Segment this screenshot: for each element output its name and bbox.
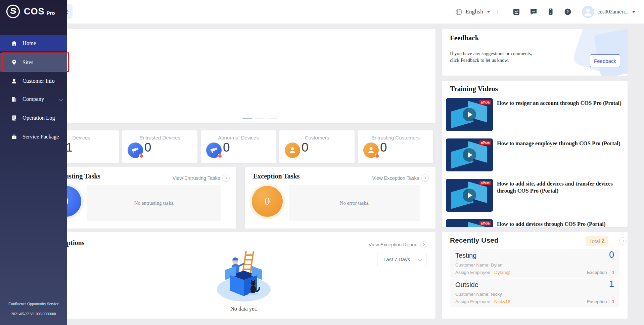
- sidebar-item-service-package[interactable]: Service Package: [0, 129, 67, 145]
- date-range-select[interactable]: Last 7 Days: [377, 253, 426, 266]
- site-count: 0: [609, 250, 614, 260]
- empty-state: No error tasks.: [289, 185, 420, 221]
- sidebar-item-label: Customer Info: [22, 78, 55, 84]
- video-thumbnail[interactable]: alhua: [446, 138, 493, 171]
- username[interactable]: cos002ameri...: [597, 9, 629, 15]
- video-title[interactable]: How to manage employee through COS Pro (…: [497, 140, 622, 147]
- sidebar-item-label: Operation Log: [22, 115, 55, 121]
- total-value: 2: [602, 238, 605, 244]
- carousel-dot[interactable]: [255, 118, 265, 119]
- exception-label: Exception: [587, 299, 607, 304]
- play-icon[interactable]: [463, 148, 476, 162]
- stat-label: Abnormal Devices: [201, 135, 276, 140]
- home-icon: [10, 40, 18, 47]
- recent-site-row[interactable]: Outside 1 Customer Name: Nicky Assign Em…: [450, 279, 619, 307]
- sidebar-item-operation-log[interactable]: Operation Log: [0, 110, 67, 126]
- stat-card-entrusted-devices[interactable]: Entrusted Devices 0: [122, 130, 197, 163]
- mobile-icon[interactable]: [547, 8, 555, 16]
- no-data-text: No data yet.: [215, 306, 272, 312]
- video-title[interactable]: How to add devices through COS Pro (Port…: [497, 220, 622, 227]
- video-title[interactable]: How to add site, add devices and transfe…: [497, 180, 622, 194]
- assign-employee: Assign Employee:Dylan@: [455, 270, 510, 275]
- chevron-down-icon: [59, 97, 63, 101]
- chevron-right-icon[interactable]: [421, 174, 429, 182]
- exception-label: Exception: [587, 270, 607, 275]
- red-badge-icon: [375, 154, 379, 158]
- entrusting-tasks-panel: Entrusting Tasks View Entrusting Tasks 0…: [44, 167, 236, 229]
- recent-site-row[interactable]: Testing 0 Customer Name: Dylan Assign Em…: [450, 249, 619, 278]
- play-icon[interactable]: [463, 189, 476, 202]
- site-name[interactable]: Outside: [455, 281, 478, 289]
- person-badge-icon: [363, 143, 379, 158]
- exception-value: 0: [611, 299, 614, 304]
- sidebar: COS Pro Home Sites Customer I: [0, 0, 67, 325]
- video-title[interactable]: How to resiger an account through COS Pr…: [497, 99, 622, 107]
- brand-logo: alhua: [479, 100, 491, 105]
- sidebar-item-company[interactable]: Company: [0, 91, 67, 107]
- customer-name: Customer Name: Dylan: [455, 262, 502, 268]
- chevron-right-icon[interactable]: [420, 241, 427, 248]
- user-menu-chevron-icon[interactable]: [632, 11, 635, 13]
- header-divider: |: [497, 8, 498, 15]
- view-entrusting-tasks-link[interactable]: View Entrusting Tasks: [173, 174, 230, 182]
- assign-value[interactable]: Dylan@: [494, 270, 510, 275]
- carousel-dots: [242, 118, 281, 119]
- site-name[interactable]: Testing: [455, 252, 476, 259]
- cos-pro-dashboard: e English |: [0, 0, 644, 325]
- total-label: Total: [589, 238, 600, 244]
- language-selector[interactable]: English: [466, 8, 483, 15]
- training-videos-panel: Training Videos alhua How to resiger an …: [442, 81, 628, 227]
- stat-label: Customers: [279, 135, 355, 140]
- annotation-highlight-box: [2, 52, 69, 72]
- video-thumbnail[interactable]: alhua: [446, 98, 493, 131]
- view-exception-tasks-link[interactable]: View Exception Tasks: [372, 174, 429, 182]
- stat-value: 0: [223, 140, 230, 155]
- brand-logo: alhua: [479, 181, 491, 185]
- link-label: View Entrusting Tasks: [173, 175, 220, 181]
- header-right-cluster: English | ?: [455, 0, 635, 24]
- banner-carousel: [44, 29, 435, 123]
- chevron-right-icon[interactable]: [619, 237, 627, 245]
- no-data-illustration-wrap: No data yet.: [215, 249, 272, 312]
- video-thumbnail[interactable]: alhua: [446, 179, 493, 212]
- survey-icon[interactable]: [512, 8, 520, 16]
- feedback-text-line1: If you have any suggestions or comments,: [450, 51, 532, 56]
- carousel-dot-active[interactable]: [242, 118, 252, 119]
- feedback-text-line2: click Feedback to let us know.: [450, 57, 509, 63]
- exception-count: Exception0: [587, 270, 614, 275]
- person-icon: [285, 143, 300, 158]
- brand-logo: alhua: [479, 221, 491, 226]
- view-exception-report-link[interactable]: View Exception Report: [369, 241, 427, 248]
- globe-icon[interactable]: [455, 8, 463, 16]
- help-icon[interactable]: ?: [564, 8, 572, 16]
- building-icon: [10, 96, 18, 103]
- assign-label: Assign Employee:: [455, 299, 492, 304]
- sidebar-item-label: Home: [22, 40, 36, 47]
- empty-state: No entrusting tasks.: [87, 185, 221, 221]
- avatar[interactable]: [582, 6, 594, 18]
- site-count: 1: [609, 279, 614, 289]
- chat-icon[interactable]: [530, 8, 538, 16]
- sidebar-item-home[interactable]: Home: [0, 35, 67, 51]
- total-badge: Total 2: [586, 236, 608, 246]
- selected-range: Last 7 Days: [383, 256, 410, 262]
- play-icon[interactable]: [463, 108, 476, 121]
- stat-card-customers[interactable]: Customers 0: [279, 130, 355, 163]
- stat-card-entrusting-customers[interactable]: Entrusting Customers 0: [358, 130, 433, 163]
- video-thumbnail[interactable]: alhua: [446, 219, 493, 227]
- assign-value[interactable]: Nicky18: [494, 299, 510, 304]
- feedback-button[interactable]: Feedback: [590, 54, 620, 67]
- chevron-right-icon[interactable]: [222, 174, 230, 182]
- sidebar-item-customer-info[interactable]: Customer Info: [0, 73, 67, 89]
- person-icon: [10, 78, 18, 84]
- panel-title: Exception Tasks: [253, 172, 300, 180]
- empty-box-illustration: [215, 249, 272, 303]
- language-chevron-icon[interactable]: [487, 11, 490, 13]
- app-logo: COS Pro: [5, 4, 55, 19]
- log-icon: [10, 115, 18, 121]
- stat-card-abnormal-devices[interactable]: Abnormal Devices 0: [201, 130, 276, 163]
- sidebar-item-label: Service Package: [22, 133, 59, 140]
- carousel-dot[interactable]: [268, 118, 278, 119]
- cos-logo-icon: [5, 4, 21, 19]
- red-badge-icon: [139, 154, 144, 158]
